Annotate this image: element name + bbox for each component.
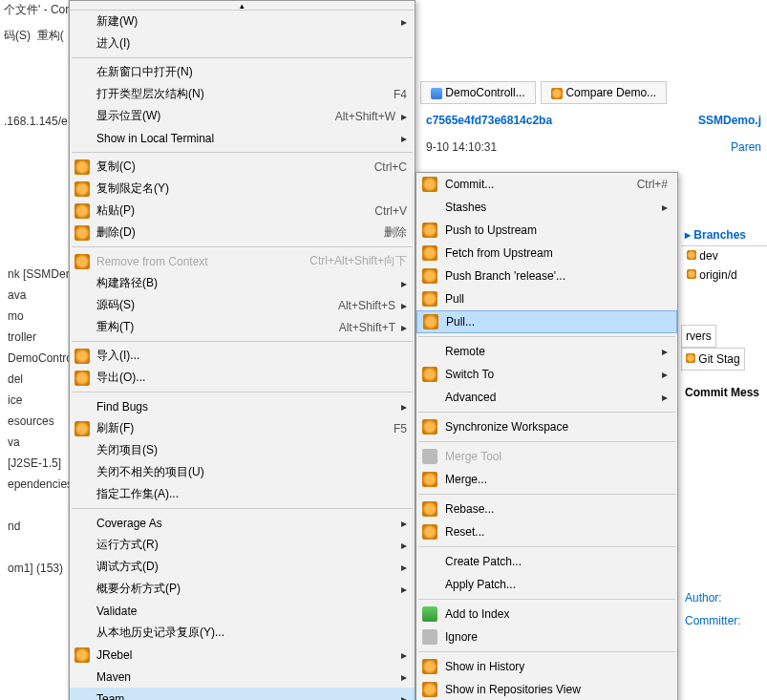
separator xyxy=(418,336,675,337)
parent-link[interactable]: Paren xyxy=(731,140,761,154)
submenu-arrow-icon: ▸ xyxy=(401,132,407,145)
tree-item[interactable]: esources xyxy=(4,413,64,434)
branch-dev[interactable]: dev xyxy=(681,246,767,265)
menu-item-i[interactable]: 导入(I)... xyxy=(70,345,415,367)
menu-item-a[interactable]: 指定工作集(A)... xyxy=(70,483,415,505)
menu-item-w[interactable]: 显示位置(W)Alt+Shift+W▸ xyxy=(70,105,415,127)
tree-item[interactable]: ava xyxy=(4,286,64,308)
menu-item-p[interactable]: 概要分析方式(P)▸ xyxy=(70,578,415,600)
context-menu[interactable]: ▴新建(W)▸进入(I)在新窗口中打开(N)打开类型层次结构(N)F4显示位置(… xyxy=(69,0,415,700)
bottom-tabs: rvers Git Stag xyxy=(681,325,767,371)
menu-item-o[interactable]: 导出(O)... xyxy=(70,367,415,389)
tree-item[interactable] xyxy=(4,497,64,518)
submenu-item-pull[interactable]: Pull... xyxy=(416,310,677,333)
tree-item[interactable]: ependencies xyxy=(4,476,64,497)
branch-origin[interactable]: origin/d xyxy=(681,265,767,285)
menu-item-c[interactable]: 复制(C)Ctrl+C xyxy=(70,156,415,178)
submenu-item-add-to-index[interactable]: Add to Index xyxy=(416,603,677,626)
tree-item[interactable] xyxy=(4,539,64,560)
submenu-arrow-icon: ▸ xyxy=(662,201,668,214)
push-branch-icon xyxy=(422,268,437,284)
commit-message-label: Commit Mess xyxy=(681,382,767,403)
tree-item[interactable]: om1] (153) xyxy=(4,560,64,581)
menu-item-coverage-as[interactable]: Coverage As▸ xyxy=(70,512,415,534)
submenu-arrow-icon: ▸ xyxy=(401,670,407,684)
branches-header[interactable]: ▸ Branches xyxy=(681,224,767,246)
commit-hash[interactable]: c7565e4fd73e6814c2ba xyxy=(426,114,552,127)
pull-icon xyxy=(422,291,437,307)
team-submenu[interactable]: Commit...Ctrl+#Stashes▸Push to UpstreamF… xyxy=(415,172,678,700)
tab-democontroller[interactable]: DemoControll... xyxy=(420,81,536,104)
push-icon xyxy=(422,223,437,238)
tab-git-staging[interactable]: Git Stag xyxy=(681,348,745,371)
separator xyxy=(418,441,675,442)
menu-item-t[interactable]: 重构(T)Alt+Shift+T▸ xyxy=(70,316,415,338)
submenu-arrow-icon: ▸ xyxy=(401,277,407,290)
pull-dialog-icon xyxy=(423,314,438,329)
submenu-item-apply-patch[interactable]: Apply Patch... xyxy=(416,573,677,596)
tree-item[interactable]: mo xyxy=(4,308,64,329)
submenu-item-create-patch[interactable]: Create Patch... xyxy=(416,550,677,573)
menu-item-i[interactable]: 进入(I) xyxy=(70,32,415,54)
submenu-item-synchronize-workspace[interactable]: Synchronize Workspace xyxy=(416,415,677,438)
tab-servers[interactable]: rvers xyxy=(681,325,716,348)
tree-item[interactable]: nk [SSMDen xyxy=(4,265,64,286)
address-fragment: .168.1.145/e xyxy=(0,113,68,130)
history-icon xyxy=(422,659,437,674)
menu-item-f[interactable]: 刷新(F)F5 xyxy=(70,417,415,439)
submenu-item-reset[interactable]: Reset... xyxy=(416,520,677,543)
menu-item-validate[interactable]: Validate xyxy=(70,600,415,622)
menu-item-remove-from-context: Remove from ContextCtrl+Alt+Shift+向下 xyxy=(70,250,415,272)
tree-item[interactable]: nd xyxy=(4,518,64,539)
menu-item-d[interactable]: 调试方式(D)▸ xyxy=(70,556,415,578)
submenu-item-stashes[interactable]: Stashes▸ xyxy=(416,196,677,219)
submenu-item-switch-to[interactable]: Switch To▸ xyxy=(416,363,677,386)
menu-item-r[interactable]: 运行方式(R)▸ xyxy=(70,534,415,556)
menu-item-y[interactable]: 复制限定名(Y) xyxy=(70,178,415,200)
committer-label: Committer: xyxy=(685,614,741,627)
compare-icon xyxy=(551,88,563,99)
submenu-item-pull[interactable]: Pull xyxy=(416,287,677,310)
submenu-item-remote[interactable]: Remote▸ xyxy=(416,340,677,363)
tree-item[interactable]: va xyxy=(4,434,64,455)
separator xyxy=(418,651,675,652)
tree-item[interactable]: DemoContro xyxy=(4,350,64,371)
menu-item-maven[interactable]: Maven▸ xyxy=(70,666,415,688)
menu-item-s[interactable]: 关闭项目(S) xyxy=(70,439,415,461)
submenu-arrow-icon: ▸ xyxy=(401,400,407,414)
submenu-item-push-to-upstream[interactable]: Push to Upstream xyxy=(416,219,677,242)
menu-item-p[interactable]: 粘贴(P)Ctrl+V xyxy=(70,200,415,222)
menu-item-jrebel[interactable]: JRebel▸ xyxy=(70,644,415,666)
menu-item-b[interactable]: 构建路径(B)▸ xyxy=(70,272,415,294)
tree-item[interactable]: ice xyxy=(4,392,64,413)
menu-item-team[interactable]: Team▸ xyxy=(70,688,415,700)
submenu-arrow-icon: ▸ xyxy=(401,321,407,334)
tree-item[interactable]: del xyxy=(4,371,64,392)
submenu-item-show-in-repositories-view[interactable]: Show in Repositories View xyxy=(416,678,677,700)
project-link[interactable]: SSMDemo.j xyxy=(698,114,761,127)
menu-item-n[interactable]: 在新窗口中打开(N) xyxy=(70,61,415,83)
submenu-item-merge[interactable]: Merge... xyxy=(416,468,677,491)
menu-item-y[interactable]: 从本地历史记录复原(Y)... xyxy=(70,622,415,644)
tab-compare[interactable]: Compare Demo... xyxy=(541,81,667,104)
tree-item[interactable]: troller xyxy=(4,329,64,350)
submenu-item-fetch-from-upstream[interactable]: Fetch from Upstream xyxy=(416,242,677,265)
submenu-item-rebase[interactable]: Rebase... xyxy=(416,498,677,520)
menu-item-s[interactable]: 源码(S)Alt+Shift+S▸ xyxy=(70,294,415,316)
repo-view-icon xyxy=(422,682,437,697)
menu-item-show-in-local-terminal[interactable]: Show in Local Terminal▸ xyxy=(70,127,415,149)
submenu-item-show-in-history[interactable]: Show in History xyxy=(416,655,677,678)
menu-item-find-bugs[interactable]: Find Bugs▸ xyxy=(70,395,415,417)
menu-item-d[interactable]: 删除(D)删除 xyxy=(70,222,415,244)
menu-item-u[interactable]: 关闭不相关的项目(U) xyxy=(70,461,415,483)
scroll-up[interactable]: ▴ xyxy=(70,1,415,11)
submenu-item-advanced[interactable]: Advanced▸ xyxy=(416,386,677,409)
menu-item-n[interactable]: 打开类型层次结构(N)F4 xyxy=(70,83,415,105)
submenu-item-ignore[interactable]: Ignore xyxy=(416,626,677,648)
tree-item[interactable]: [J2SE-1.5] xyxy=(4,455,64,476)
submenu-arrow-icon: ▸ xyxy=(401,110,407,123)
add-index-icon xyxy=(422,606,437,622)
menu-item-w[interactable]: 新建(W)▸ xyxy=(70,11,415,32)
submenu-item-commit[interactable]: Commit...Ctrl+# xyxy=(416,173,677,196)
submenu-item-push-branch-release[interactable]: Push Branch 'release'... xyxy=(416,265,677,287)
